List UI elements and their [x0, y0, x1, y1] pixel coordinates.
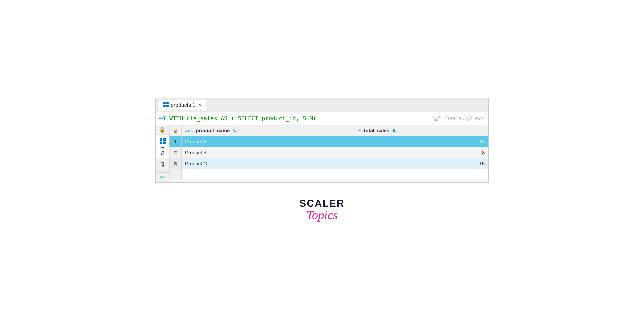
sql-expression: WITH cte_sales AS ( SELECT product_id, S… — [169, 115, 432, 122]
left-sidebar: 🔒 Grid Text — [156, 125, 169, 182]
table-header-row: 🔒 ABC product_name ⇅ ¹²³ total_sales ⇅ — [170, 125, 488, 136]
table-row[interactable]: 3 Product C 15 — [170, 158, 488, 169]
lock-header-icon: 🔒 — [173, 128, 178, 133]
cell-empty-name — [182, 169, 354, 179]
content-area: 🔒 Grid Text — [156, 125, 488, 182]
sidebar-tab-text[interactable]: Text — [156, 159, 169, 172]
sidebar-lock-area: 🔒 — [156, 125, 169, 135]
products-tab[interactable]: products 1 × — [159, 100, 206, 110]
svg-rect-6 — [160, 138, 162, 141]
cell-total-sales: 15 — [354, 158, 488, 169]
svg-rect-7 — [163, 138, 166, 141]
table-row-empty — [170, 169, 488, 179]
tab-close-button[interactable]: × — [199, 102, 202, 108]
svg-rect-8 — [160, 142, 162, 144]
svg-rect-9 — [163, 142, 166, 144]
col-header-total-sales[interactable]: ¹²³ total_sales ⇅ — [354, 125, 488, 136]
transform-icon: ⇔T — [159, 115, 166, 122]
text-tab-label: Text — [160, 162, 165, 169]
cell-empty-sales — [354, 169, 488, 179]
grid-tab-icon — [159, 138, 166, 145]
grid-tab-label: Grid — [160, 147, 165, 156]
sql-placeholder[interactable]: Enter a SQL expr — [444, 115, 485, 122]
abc-icon: ABC — [185, 129, 193, 133]
num-icon: ¹²³ — [358, 129, 362, 133]
table-row[interactable]: 1 Product A 15 — [170, 136, 488, 148]
expand-icon[interactable] — [434, 115, 441, 122]
svg-line-5 — [436, 118, 438, 121]
tab-bar: products 1 × — [156, 98, 488, 112]
product-name-sort-icon[interactable]: ⇅ — [232, 128, 236, 133]
query-result-panel: products 1 × ⇔T WITH cte_sales AS ( SELE… — [155, 98, 489, 183]
tab-grid-icon — [163, 102, 169, 109]
col-header-product-name[interactable]: ABC product_name ⇅ — [182, 125, 354, 136]
cell-product-name: Product C — [182, 158, 354, 169]
cell-total-sales: 8 — [354, 148, 488, 158]
row-number: 1 — [170, 136, 182, 148]
lock-icon: 🔒 — [159, 126, 166, 133]
cell-total-sales: 15 — [354, 136, 488, 148]
sql-bar: ⇔T WITH cte_sales AS ( SELECT product_id… — [156, 112, 488, 125]
table-row[interactable]: 2 Product B 8 — [170, 148, 488, 158]
sidebar-tab-grid[interactable]: Grid — [156, 135, 169, 159]
svg-rect-2 — [163, 105, 166, 107]
svg-line-4 — [438, 116, 440, 118]
scaler-topics-logo: SCALER Topics — [300, 198, 344, 221]
cell-product-name: Product A — [182, 136, 354, 148]
col-total-sales-label: total_sales — [364, 128, 389, 133]
sidebar-transform-arrow[interactable]: ⇔T — [156, 172, 169, 182]
grid-area: 🔒 ABC product_name ⇅ ¹²³ total_sales ⇅ — [169, 125, 488, 182]
tab-title: products 1 — [171, 102, 196, 108]
sidebar-arrow-icon: ⇔T — [160, 175, 165, 180]
data-table: 🔒 ABC product_name ⇅ ¹²³ total_sales ⇅ — [169, 125, 488, 179]
col-product-name-label: product_name — [196, 128, 230, 133]
row-number: 3 — [170, 158, 182, 169]
total-sales-sort-icon[interactable]: ⇅ — [392, 128, 396, 133]
col-header-lock: 🔒 — [170, 125, 182, 136]
svg-rect-1 — [166, 102, 168, 104]
svg-rect-0 — [163, 102, 166, 104]
cell-product-name: Product B — [182, 148, 354, 158]
logo-scaler-text: SCALER — [300, 198, 344, 209]
row-number: 2 — [170, 148, 182, 158]
logo-topics-text: Topics — [306, 209, 338, 221]
svg-rect-3 — [166, 105, 168, 107]
row-number-empty — [170, 169, 182, 179]
